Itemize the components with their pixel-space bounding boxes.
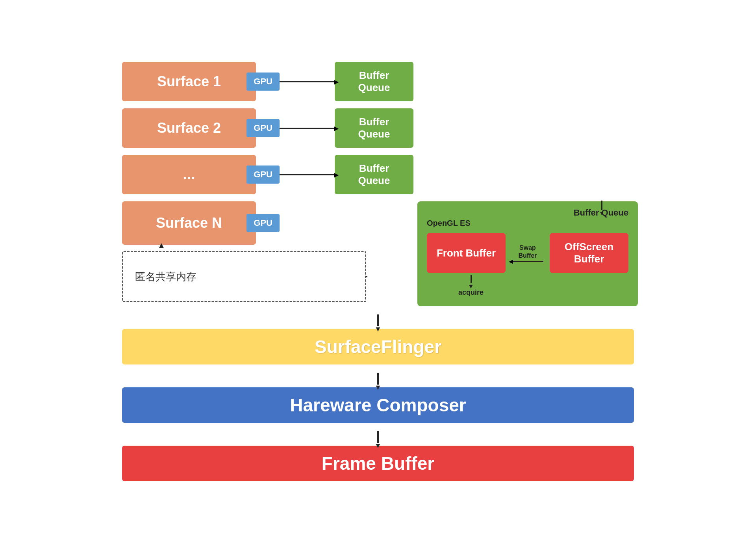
arrow1: ▶	[280, 81, 335, 82]
bar-arrow-1	[122, 312, 634, 329]
surface1-gpu: GPU	[246, 73, 280, 91]
surface-dots-box: ... GPU	[122, 155, 256, 194]
surface-n-label: Surface N	[156, 215, 222, 231]
surface-dots-label: ...	[183, 166, 195, 183]
dashed-box: 匿名共享内存	[122, 251, 366, 302]
arrow-line-3	[377, 431, 379, 443]
opengl-label: OpenGL ES	[427, 219, 628, 228]
swap-arrow: ◀	[512, 261, 543, 262]
surface-n-box: Surface N GPU	[122, 201, 256, 245]
surface-n-gpu: GPU	[246, 214, 280, 232]
surface2-box: Surface 2 GPU	[122, 108, 256, 148]
bar-arrow-2	[122, 370, 634, 387]
framebuffer-label: Frame Buffer	[322, 453, 434, 474]
surface1-box: Surface 1 GPU	[122, 62, 256, 101]
front-buffer-label: Front Buffer	[437, 247, 496, 259]
anonymous-label: 匿名共享内存	[135, 270, 196, 284]
surface-dots-buffer-label: BufferQueue	[358, 162, 390, 187]
bq-down-arrow: ▼	[599, 201, 604, 216]
surface-n-section: Surface N GPU 匿名共享内存 ▲	[122, 201, 634, 306]
arrow3: ▶	[280, 174, 335, 175]
arrow2: ▶	[280, 128, 335, 129]
surface1-row: Surface 1 GPU ▶ BufferQueue	[122, 62, 634, 101]
bar-arrow-3	[122, 428, 634, 446]
surface1-label: Surface 1	[157, 73, 221, 90]
dashed-right-arrow	[366, 276, 367, 277]
acquire-label: acquire	[458, 288, 484, 297]
surface2-gpu: GPU	[246, 119, 280, 137]
hardware-bar: Hareware Composer	[122, 387, 634, 423]
offscreen-buffer-box: OffScreen Buffer	[550, 233, 628, 273]
green-area: Buffer Queue OpenGL ES Front Buffer Swap…	[417, 201, 638, 306]
surface-dots-gpu: GPU	[246, 166, 280, 184]
hardware-label: Hareware Composer	[290, 394, 466, 416]
acquire-section: ▼ acquire	[427, 275, 628, 297]
offscreen-buffer-label: OffScreen Buffer	[550, 241, 628, 265]
surface-n-left: Surface N GPU 匿名共享内存 ▲	[122, 201, 366, 302]
dashed-up-arrow: ▲	[158, 241, 165, 250]
surface2-buffer-label: BufferQueue	[358, 116, 390, 140]
arrow-line-1	[377, 314, 379, 326]
front-buffer-box: Front Buffer	[427, 233, 506, 273]
surface2-row: Surface 2 GPU ▶ BufferQueue	[122, 108, 634, 148]
swap-label: SwapBuffer	[518, 244, 537, 259]
surface1-buffer-queue: BufferQueue	[335, 62, 413, 101]
arrow-line-2	[377, 373, 379, 385]
surface2-label: Surface 2	[157, 120, 221, 136]
surface-dots-row: ... GPU ▶ BufferQueue	[122, 155, 634, 194]
diagram-container: Surface 1 GPU ▶ BufferQueue Surface 2 GP…	[122, 62, 634, 481]
dashed-area: 匿名共享内存 ▲	[122, 251, 366, 302]
surfaceflinger-label: SurfaceFlinger	[315, 336, 441, 357]
framebuffer-bar: Frame Buffer	[122, 446, 634, 481]
surfaceflinger-bar: SurfaceFlinger	[122, 329, 634, 364]
swap-section: SwapBuffer ◀	[512, 244, 543, 262]
surface1-buffer-label: BufferQueue	[358, 69, 390, 94]
buffer-queue-label: Buffer Queue	[427, 208, 628, 218]
buffers-row: Front Buffer SwapBuffer ◀ OffScreen Buff…	[427, 233, 628, 273]
surface2-buffer-queue: BufferQueue	[335, 108, 413, 148]
surface-dots-buffer-queue: BufferQueue	[335, 155, 413, 194]
acquire-arrow: ▼ acquire	[458, 275, 484, 297]
